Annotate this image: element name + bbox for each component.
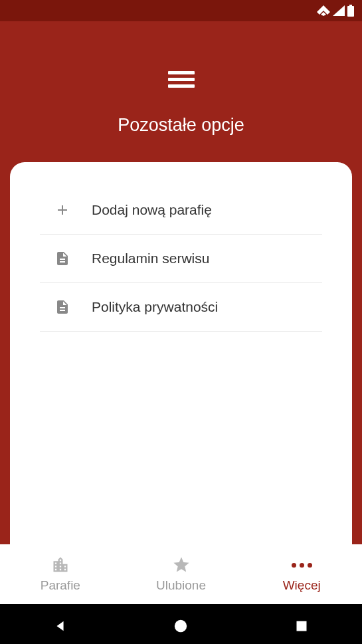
option-label: Polityka prywatności <box>92 299 218 315</box>
nav-label: Więcej <box>283 578 321 593</box>
nav-label: Ulubione <box>156 578 206 593</box>
dots-icon <box>292 556 312 574</box>
battery-icon <box>347 5 354 17</box>
android-recent-button[interactable] <box>268 613 335 639</box>
android-home-button[interactable] <box>147 613 214 639</box>
plus-icon <box>54 202 70 218</box>
nav-parishes[interactable]: Parafie <box>0 556 121 593</box>
nav-favorites[interactable]: Ulubione <box>121 556 242 593</box>
svg-point-2 <box>175 619 187 631</box>
option-add-parish[interactable]: Dodaj nową parafię <box>40 195 322 235</box>
nav-more[interactable]: Więcej <box>241 556 362 593</box>
android-back-button[interactable] <box>27 613 94 639</box>
option-privacy[interactable]: Polityka prywatności <box>40 283 322 332</box>
signal-icon <box>333 5 345 16</box>
option-terms[interactable]: Regulamin serwisu <box>40 235 322 283</box>
svg-rect-1 <box>349 5 352 7</box>
wifi-icon <box>317 5 330 16</box>
document-icon <box>54 299 70 315</box>
svg-rect-3 <box>297 621 307 631</box>
hamburger-icon <box>168 68 195 91</box>
svg-rect-0 <box>347 6 354 17</box>
content-wrapper: Dodaj nową parafię Regulamin serwisu Pol… <box>0 162 362 544</box>
android-nav-bar <box>0 604 362 644</box>
building-icon <box>51 556 70 574</box>
status-bar <box>0 0 362 21</box>
option-label: Dodaj nową parafię <box>92 202 212 218</box>
nav-label: Parafie <box>41 578 80 593</box>
options-card: Dodaj nową parafię Regulamin serwisu Pol… <box>10 162 352 544</box>
header: Pozostałe opcje <box>0 21 362 162</box>
page-title: Pozostałe opcje <box>0 115 362 136</box>
bottom-nav: Parafie Ulubione Więcej <box>0 544 362 604</box>
document-icon <box>54 251 70 267</box>
option-label: Regulamin serwisu <box>92 251 209 267</box>
star-icon <box>172 556 191 574</box>
